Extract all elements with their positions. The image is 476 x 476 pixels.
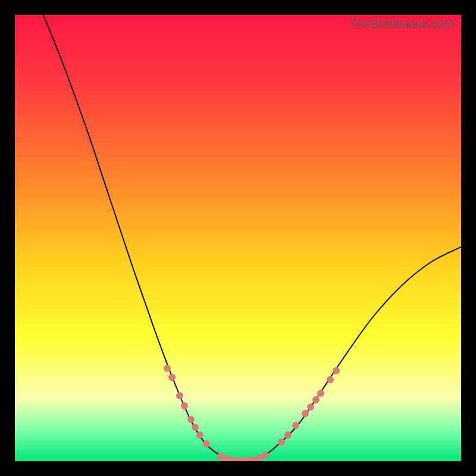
plot-area: TheBottleneck.com (15, 15, 461, 461)
marker-dot (317, 390, 324, 397)
marker-dot (302, 410, 309, 417)
data-markers (164, 365, 340, 461)
marker-dot (278, 439, 285, 446)
marker-dot (307, 403, 314, 411)
marker-dot (262, 452, 269, 459)
marker-dot (249, 456, 256, 461)
marker-dot (284, 431, 292, 439)
marker-dot (292, 422, 299, 429)
marker-dot (164, 365, 171, 372)
bottleneck-curve (43, 15, 461, 461)
marker-dot (312, 396, 320, 403)
marker-dot (168, 374, 176, 381)
watermark-text: TheBottleneck.com (350, 17, 454, 31)
marker-dot (176, 392, 183, 399)
marker-dot (196, 431, 203, 439)
marker-dot (333, 367, 340, 374)
marker-dot (181, 402, 188, 409)
marker-dot (203, 440, 210, 447)
curve-layer (15, 15, 461, 461)
chart-frame: TheBottleneck.com (0, 0, 476, 476)
marker-dot (327, 376, 334, 383)
marker-dot (187, 416, 195, 423)
marker-dot (192, 424, 199, 431)
